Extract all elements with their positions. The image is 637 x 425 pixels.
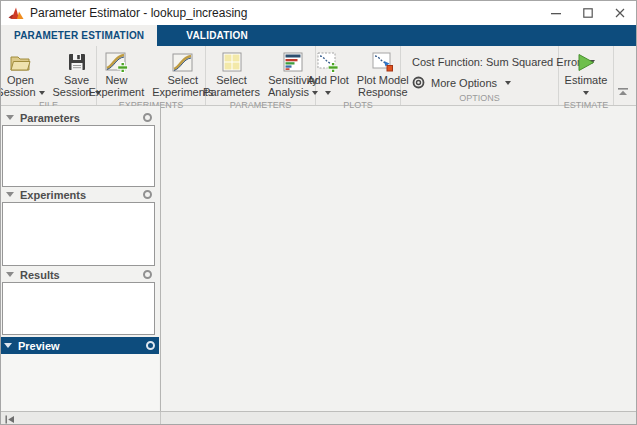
dropdown-arrow-icon <box>505 81 511 85</box>
estimate-button[interactable]: Estimate <box>561 49 612 99</box>
add-plot-icon <box>317 50 339 74</box>
select-parameters-button[interactable]: Select Parameters <box>199 49 264 99</box>
new-experiment-icon <box>105 50 128 74</box>
panel-menu-icon[interactable] <box>143 113 152 122</box>
parameters-list[interactable] <box>2 125 155 187</box>
matlab-logo-icon <box>8 6 24 20</box>
dropdown-arrow-icon <box>583 91 589 95</box>
collapse-ribbon-icon <box>617 87 629 96</box>
maximize-button[interactable] <box>572 1 604 25</box>
ribbon-group-file: Open Session Save <box>1 46 97 105</box>
tab-parameter-estimation[interactable]: PARAMETER ESTIMATION <box>1 25 157 46</box>
title-bar: Parameter Estimator - lookup_increasing <box>1 1 636 25</box>
open-session-button[interactable]: Open Session <box>0 49 49 99</box>
minimize-icon <box>551 8 561 18</box>
select-experiments-icon <box>172 50 193 74</box>
collapse-triangle-icon <box>6 192 14 197</box>
tab-validation[interactable]: VALIDATION <box>173 25 261 46</box>
collapse-triangle-icon <box>4 343 12 348</box>
ribbon-group-parameters: Select Parameters Sensit <box>206 46 316 105</box>
panel-header-results[interactable]: Results <box>3 267 156 282</box>
ribbon-group-label-options: OPTIONS <box>401 92 558 105</box>
toolstrip-tab-bar: PARAMETER ESTIMATION VALIDATION <box>1 25 636 46</box>
ribbon-group-label-estimate: ESTIMATE <box>559 99 613 111</box>
panel-menu-icon[interactable] <box>143 190 152 199</box>
collapse-triangle-icon <box>6 115 14 120</box>
sidebar: Parameters Experiments Results Preview <box>1 106 161 411</box>
panel-menu-icon[interactable] <box>143 270 152 279</box>
collapse-ribbon-button[interactable] <box>617 82 629 100</box>
ribbon-group-estimate: Estimate ESTIMATE <box>559 46 614 105</box>
plot-model-response-icon <box>372 50 394 74</box>
parameter-estimator-window: Parameter Estimator - lookup_increasing … <box>0 0 637 425</box>
experiments-list[interactable] <box>2 202 155 266</box>
save-icon <box>68 50 86 74</box>
preview-pane <box>1 354 159 411</box>
scroll-collapse-left-button[interactable] <box>5 415 15 424</box>
parameters-grid-icon <box>222 50 242 74</box>
bottom-status-bar <box>1 411 636 425</box>
main-canvas <box>161 106 636 411</box>
estimate-run-icon <box>576 50 596 74</box>
more-options-button[interactable]: More Options <box>401 76 558 89</box>
maximize-icon <box>583 8 593 18</box>
panel-header-experiments[interactable]: Experiments <box>3 187 156 202</box>
ribbon-group-label-parameters: PARAMETERS <box>206 99 315 111</box>
panel-header-preview[interactable]: Preview <box>1 337 159 354</box>
collapse-triangle-icon <box>6 272 14 277</box>
panel-menu-icon[interactable] <box>146 341 155 350</box>
window-title: Parameter Estimator - lookup_increasing <box>30 6 247 20</box>
panel-header-parameters[interactable]: Parameters <box>3 110 156 125</box>
ribbon-spacer <box>614 46 636 105</box>
new-experiment-button[interactable]: New Experiment <box>85 49 149 99</box>
add-plot-button[interactable]: Add Plot <box>303 49 353 99</box>
ribbon-group-options: Cost Function: Sum Squared Error More Op… <box>401 46 559 105</box>
close-icon <box>615 8 625 18</box>
minimize-button[interactable] <box>540 1 572 25</box>
close-button[interactable] <box>604 1 636 25</box>
window-controls <box>540 1 636 25</box>
ribbon-toolbar: Open Session Save <box>1 46 636 106</box>
ribbon-group-plots: Add Plot Plot Model Response <box>316 46 401 105</box>
more-options-icon <box>412 76 425 89</box>
statusbar-divider <box>160 412 161 425</box>
content-area: Parameters Experiments Results Preview <box>1 106 636 411</box>
dropdown-arrow-icon <box>39 91 45 95</box>
sensitivity-analysis-icon <box>283 50 303 74</box>
results-list[interactable] <box>2 282 155 335</box>
scroll-left-icon <box>5 415 15 424</box>
ribbon-group-label-plots: PLOTS <box>316 99 400 111</box>
dropdown-arrow-icon <box>325 91 331 95</box>
ribbon-group-experiments: New Experiment Select Experiments EXP <box>97 46 206 105</box>
cost-function-dropdown[interactable]: Cost Function: Sum Squared Error <box>401 56 558 68</box>
open-folder-icon <box>10 50 31 74</box>
